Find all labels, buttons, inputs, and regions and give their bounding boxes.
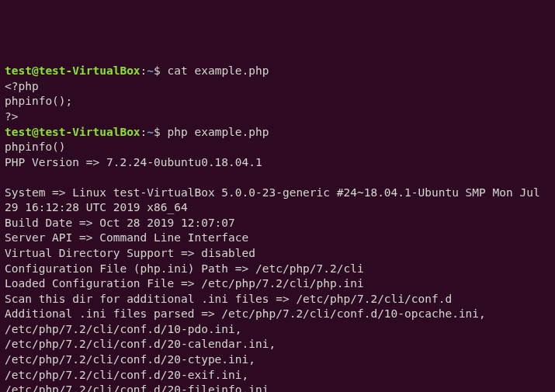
output-line: System => Linux test-VirtualBox 5.0.0-23… bbox=[5, 186, 546, 214]
output-line: ?> bbox=[5, 110, 18, 123]
output-line: Configuration File (php.ini) Path => /et… bbox=[5, 262, 364, 275]
output-line: Additional .ini files parsed => /etc/php… bbox=[5, 307, 486, 320]
dollar-sign: $ bbox=[154, 64, 167, 77]
dollar-sign: $ bbox=[154, 126, 167, 138]
output-line: Virtual Directory Support => disabled bbox=[5, 247, 255, 259]
output-line: Scan this dir for additional .ini files … bbox=[5, 293, 452, 305]
output-line: /etc/php/7.2/cli/conf.d/20-fileinfo.ini, bbox=[5, 383, 276, 392]
output-line: <?php bbox=[5, 80, 39, 92]
cwd-path: ~ bbox=[147, 64, 154, 77]
user-host: test@test-VirtualBox bbox=[5, 64, 140, 77]
terminal-output[interactable]: test@test-VirtualBox:~$ cat example.php<… bbox=[5, 64, 550, 392]
output-line: Server API => Command Line Interface bbox=[5, 231, 248, 244]
output-line: /etc/php/7.2/cli/conf.d/10-pdo.ini, bbox=[5, 323, 242, 335]
output-line: Build Date => Oct 28 2019 12:07:07 bbox=[5, 217, 235, 229]
cwd-path: ~ bbox=[147, 126, 154, 138]
output-line: /etc/php/7.2/cli/conf.d/20-calendar.ini, bbox=[5, 338, 276, 350]
output-line: phpinfo() bbox=[5, 140, 66, 153]
command-text: php example.php bbox=[168, 126, 269, 138]
command-text: cat example.php bbox=[168, 64, 269, 77]
user-host: test@test-VirtualBox bbox=[5, 126, 140, 138]
output-line: phpinfo(); bbox=[5, 95, 72, 107]
prompt-line-1: test@test-VirtualBox:~$ cat example.php bbox=[5, 64, 550, 79]
output-line: PHP Version => 7.2.24-0ubuntu0.18.04.1 bbox=[5, 156, 262, 168]
output-line: /etc/php/7.2/cli/conf.d/20-exif.ini, bbox=[5, 369, 248, 381]
prompt-line-2: test@test-VirtualBox:~$ php example.php bbox=[5, 125, 550, 140]
output-line: Loaded Configuration File => /etc/php/7.… bbox=[5, 277, 364, 290]
output-line: /etc/php/7.2/cli/conf.d/20-ctype.ini, bbox=[5, 353, 255, 366]
